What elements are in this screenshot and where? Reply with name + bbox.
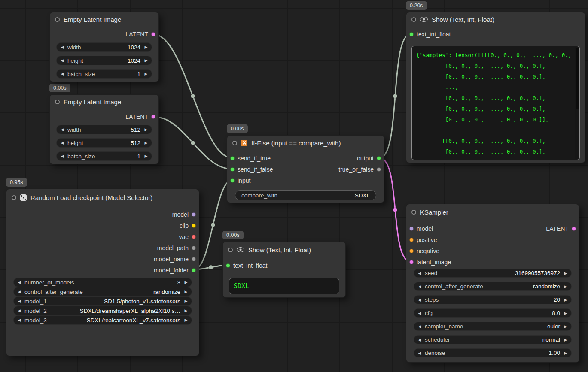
collapse-dot-icon[interactable] <box>55 17 60 22</box>
input-slot-positive[interactable] <box>409 238 414 242</box>
output-slot-latent[interactable] <box>151 115 155 119</box>
node-title-bar[interactable]: Show (Text, Int, Float) <box>223 242 345 257</box>
decrement-arrow-icon[interactable]: ◀ <box>417 284 423 289</box>
decrement-arrow-icon[interactable]: ◀ <box>16 290 22 294</box>
decrement-arrow-icon[interactable]: ◀ <box>417 338 423 342</box>
node-empty-latent-image-1[interactable]: Empty Latent Image LATENT ◀ width 1024 ▶… <box>49 12 159 82</box>
decrement-arrow-icon[interactable]: ◀ <box>59 45 65 49</box>
node-title-bar[interactable]: Empty Latent Image <box>50 12 158 26</box>
increment-arrow-icon[interactable]: ▶ <box>563 351 569 355</box>
node-title-bar[interactable]: Empty Latent Image <box>50 95 158 109</box>
decrement-arrow-icon[interactable]: ◀ <box>417 351 423 355</box>
output-slot-model[interactable] <box>192 212 196 217</box>
output-slot-true-or-false[interactable] <box>377 167 381 172</box>
increment-arrow-icon[interactable]: ▶ <box>143 45 149 49</box>
collapse-dot-icon[interactable] <box>228 248 233 252</box>
widget-batch-size[interactable]: ◀ batch_size 1 ▶ <box>56 151 152 161</box>
increment-arrow-icon[interactable]: ▶ <box>183 318 189 322</box>
node-if-else[interactable]: If-Else (input == compare_with) send_if_… <box>227 135 384 203</box>
node-empty-latent-image-2[interactable]: Empty Latent Image LATENT ◀ width 512 ▶ … <box>49 94 159 164</box>
output-slot-vae[interactable] <box>192 235 196 239</box>
widget-height[interactable]: ◀ height 512 ▶ <box>56 138 152 148</box>
decrement-arrow-icon[interactable]: ◀ <box>59 127 65 132</box>
widget-control-after-generate[interactable]: ◀ control_after_generate randomize ▶ <box>13 287 192 296</box>
input-slot-send-if-true[interactable] <box>230 156 235 160</box>
collapse-dot-icon[interactable] <box>232 141 237 145</box>
decrement-arrow-icon[interactable]: ◀ <box>59 58 65 63</box>
increment-arrow-icon[interactable]: ▶ <box>143 72 149 76</box>
node-title-bar[interactable]: If-Else (input == compare_with) <box>227 136 384 150</box>
widget-cfg[interactable]: ◀ cfg 8.0 ▶ <box>414 308 572 318</box>
widget-seed[interactable]: ◀ seed 31699055736972 ▶ <box>414 269 572 278</box>
widget-number-of-models[interactable]: ◀ number_of_models 3 ▶ <box>13 278 192 287</box>
widget-sampler-name[interactable]: ◀ sampler_name euler ▶ <box>414 322 572 331</box>
increment-arrow-icon[interactable]: ▶ <box>563 338 569 342</box>
increment-arrow-icon[interactable]: ▶ <box>143 58 149 63</box>
node-title-bar[interactable]: Random Load checkpoint (Model Selector) <box>6 189 199 206</box>
widget-width[interactable]: ◀ width 1024 ▶ <box>56 42 152 52</box>
widget-model-1[interactable]: ◀ model_1 SD1.5/photon_v1.safetensors ▶ <box>13 296 192 306</box>
widget-label: sampler_name <box>425 323 463 330</box>
decrement-arrow-icon[interactable]: ◀ <box>417 298 423 302</box>
widget-model-2[interactable]: ◀ model_2 SDXL/dreamshaperXL_alpha2Xl10.… <box>13 306 192 315</box>
input-slot-send-if-false[interactable] <box>230 167 235 172</box>
increment-arrow-icon[interactable]: ▶ <box>563 298 569 302</box>
decrement-arrow-icon[interactable]: ◀ <box>59 154 65 158</box>
output-slot-model-name[interactable] <box>192 257 196 261</box>
output-slot-latent[interactable] <box>151 32 155 36</box>
output-slot-output[interactable] <box>377 156 381 160</box>
increment-arrow-icon[interactable]: ▶ <box>563 271 569 275</box>
widget-scheduler[interactable]: ◀ scheduler normal ▶ <box>414 335 572 344</box>
node-ksampler[interactable]: KSampler model LATENT positive negative … <box>406 204 579 363</box>
widget-batch-size[interactable]: ◀ batch_size 1 ▶ <box>56 69 152 79</box>
input-slot-input[interactable] <box>230 178 235 183</box>
collapse-dot-icon[interactable] <box>411 17 416 22</box>
node-show-text-small[interactable]: Show (Text, Int, Float) text_int_float S… <box>222 242 346 298</box>
decrement-arrow-icon[interactable]: ◀ <box>16 280 22 284</box>
node-show-text-big[interactable]: Show (Text, Int, Float) text_int_float {… <box>406 12 585 163</box>
widget-model-3[interactable]: ◀ model_3 SDXL/realcartoonXL_v7.safetens… <box>13 315 192 325</box>
increment-arrow-icon[interactable]: ▶ <box>183 308 189 313</box>
decrement-arrow-icon[interactable]: ◀ <box>417 324 423 329</box>
output-slot-latent[interactable] <box>572 227 576 231</box>
decrement-arrow-icon[interactable]: ◀ <box>59 141 65 145</box>
input-slot-text-int-float[interactable] <box>226 263 230 268</box>
scrollbar-thumb[interactable] <box>576 48 579 109</box>
widget-height[interactable]: ◀ height 1024 ▶ <box>56 56 152 65</box>
widget-compare-with[interactable]: compare_with SDXL <box>235 190 376 200</box>
increment-arrow-icon[interactable]: ▶ <box>183 299 189 303</box>
decrement-arrow-icon[interactable]: ◀ <box>16 308 22 313</box>
decrement-arrow-icon[interactable]: ◀ <box>417 271 423 275</box>
increment-arrow-icon[interactable]: ▶ <box>563 324 569 329</box>
output-slot-model-folder[interactable] <box>192 268 196 272</box>
collapse-dot-icon[interactable] <box>12 195 16 200</box>
widget-denoise[interactable]: ◀ denoise 1.00 ▶ <box>414 348 572 357</box>
increment-arrow-icon[interactable]: ▶ <box>143 141 149 145</box>
increment-arrow-icon[interactable]: ▶ <box>183 290 189 294</box>
increment-arrow-icon[interactable]: ▶ <box>183 280 189 284</box>
collapse-dot-icon[interactable] <box>411 210 416 215</box>
collapse-dot-icon[interactable] <box>55 100 60 104</box>
input-slot-model[interactable] <box>409 227 414 231</box>
input-slot-latent-image[interactable] <box>409 260 414 264</box>
increment-arrow-icon[interactable]: ▶ <box>563 284 569 289</box>
node-title-bar[interactable]: Show (Text, Int, Float) <box>406 12 585 26</box>
output-slot-model-path[interactable] <box>192 246 196 250</box>
output-slot-clip[interactable] <box>192 224 196 228</box>
increment-arrow-icon[interactable]: ▶ <box>143 127 149 132</box>
node-title-bar[interactable]: KSampler <box>406 204 579 220</box>
graph-canvas[interactable]: 0.00s 0.00s 0.95s 0.00s 0.20s Empty Late… <box>0 0 588 372</box>
widget-width[interactable]: ◀ width 512 ▶ <box>56 125 152 134</box>
widget-steps[interactable]: ◀ steps 20 ▶ <box>414 295 572 304</box>
input-slot-negative[interactable] <box>409 249 414 253</box>
decrement-arrow-icon[interactable]: ◀ <box>417 311 423 315</box>
decrement-arrow-icon[interactable]: ◀ <box>59 72 65 76</box>
input-slot-text-int-float[interactable] <box>409 32 414 36</box>
decrement-arrow-icon[interactable]: ◀ <box>16 318 22 322</box>
decrement-arrow-icon[interactable]: ◀ <box>16 299 22 303</box>
widget-control-after-generate[interactable]: ◀ control_after_generate randomize ▶ <box>414 282 572 291</box>
increment-arrow-icon[interactable]: ▶ <box>143 154 149 158</box>
scrollbar-track[interactable] <box>575 47 579 159</box>
node-random-load-checkpoint[interactable]: Random Load checkpoint (Model Selector) … <box>6 189 199 356</box>
increment-arrow-icon[interactable]: ▶ <box>563 311 569 315</box>
